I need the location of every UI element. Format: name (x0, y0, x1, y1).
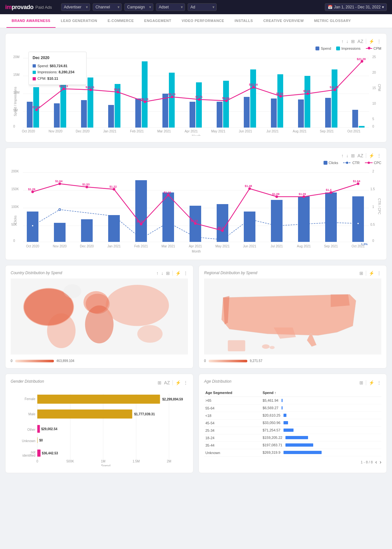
svg-point-166 (24, 289, 73, 326)
lightning-icon[interactable]: ⚡ (369, 39, 374, 44)
channel-dropdown[interactable]: Channel (93, 3, 122, 11)
date-range-button[interactable]: 📅 Jan 1, 2021 - Dec 31, 2022 ▾ (325, 3, 387, 11)
age-bar (282, 399, 283, 402)
tab-video-performance[interactable]: Video Performance (176, 14, 229, 28)
adset-dropdown[interactable]: Adset (156, 3, 185, 11)
campaign-dropdown[interactable]: Campaign (124, 3, 153, 11)
export-icon[interactable]: ⊞ (166, 271, 170, 276)
tab-engagement[interactable]: Engagement (139, 14, 177, 28)
age-cell: 45-54 (204, 419, 261, 427)
az-sort-icon[interactable]: AZ (357, 153, 363, 158)
svg-point-115 (58, 182, 61, 185)
us-map-card: Regional Distribution by Spend ⊞ ⚡ ⋮ (199, 265, 387, 368)
export-icon[interactable]: ⊞ (351, 153, 355, 158)
svg-rect-37 (332, 69, 337, 128)
svg-text:$1.48: $1.48 (245, 184, 252, 188)
svg-text:25: 25 (372, 55, 376, 59)
gender-toolbar: Gender Distribution ⊞ AZ ⚡ ⋮ (11, 379, 188, 386)
prev-page-button[interactable]: ‹ (375, 459, 377, 465)
svg-point-49 (279, 95, 282, 98)
advertiser-dropdown[interactable]: Advertiser (61, 3, 90, 11)
table-row: 25-34$71,254.57 (204, 427, 381, 434)
us-map-title: Regional Distribution by Spend (204, 271, 381, 275)
lightning-icon[interactable]: ⚡ (175, 271, 181, 276)
sort-up-icon[interactable]: ↑ (341, 153, 344, 158)
divider (172, 271, 173, 276)
down-icon[interactable]: ↓ (161, 271, 163, 276)
svg-text:Apr 2021: Apr 2021 (185, 129, 198, 133)
svg-text:Feb 2021: Feb 2021 (134, 244, 148, 248)
sort-down-icon[interactable]: ↓ (346, 153, 348, 158)
up-icon[interactable]: ↑ (156, 271, 159, 276)
chart1-legend: Spend Impressions CPM (11, 47, 381, 50)
lightning-icon[interactable]: ⚡ (369, 153, 374, 158)
tab-brand-awareness[interactable]: Brand Awareness (6, 14, 56, 28)
svg-text:20M: 20M (13, 55, 19, 59)
age-distribution-table: Age Segmented Spend ↑ >65$5,461.9455-64$… (204, 389, 381, 457)
age-cell: 18-24 (204, 434, 261, 441)
age-cell: <18 (204, 412, 261, 419)
svg-text:Other: Other (27, 428, 36, 431)
svg-text:0: 0 (372, 239, 374, 243)
svg-point-119 (167, 194, 170, 196)
age-bar (285, 436, 308, 439)
world-map-scale: 0 463,899.104 (11, 359, 188, 363)
age-cell: 55-64 (204, 404, 261, 412)
tab-installs[interactable]: Installs (229, 14, 258, 28)
svg-text:$1.22: $1.22 (109, 185, 117, 188)
more-icon[interactable]: ⋮ (183, 271, 188, 276)
divider (172, 380, 173, 385)
svg-text:Jan 2021: Jan 2021 (107, 244, 121, 248)
svg-rect-104 (108, 215, 120, 242)
next-page-button[interactable]: › (380, 459, 381, 465)
export-icon[interactable]: ⊞ (158, 380, 161, 385)
svg-text:$8.73: $8.73 (168, 93, 176, 96)
legend-cpc-line-icon (365, 161, 373, 164)
more-icon[interactable]: ⋮ (377, 380, 381, 385)
svg-point-48 (252, 86, 255, 88)
svg-text:Oct 2021: Oct 2021 (352, 244, 365, 248)
svg-rect-33 (277, 74, 283, 128)
export-icon[interactable]: ⊞ (359, 380, 363, 385)
export-icon[interactable]: ⊞ (351, 39, 355, 44)
svg-point-46 (198, 98, 201, 101)
tab-metric-glossary[interactable]: Metric Glossary (309, 14, 356, 28)
svg-rect-38 (352, 110, 358, 128)
bar-spend-2[interactable] (81, 100, 87, 128)
export-icon[interactable]: ⊞ (359, 271, 363, 276)
tab-creative-overview[interactable]: Creative Overview (258, 14, 309, 28)
col-age-segmented[interactable]: Age Segmented (204, 389, 261, 397)
svg-text:$1.64: $1.64 (55, 180, 63, 183)
table-row: 55-64$6,569.27 (204, 404, 381, 412)
az-sort-icon[interactable]: AZ (357, 39, 363, 44)
svg-text:$1.64: $1.64 (353, 180, 360, 183)
more-icon[interactable]: ⋮ (183, 380, 188, 385)
sort-down-icon[interactable]: ↓ (346, 39, 348, 44)
lightning-icon[interactable]: ⚡ (369, 380, 374, 385)
svg-rect-112 (325, 192, 337, 242)
sort-up-icon[interactable]: ↑ (341, 39, 344, 44)
svg-text:Unknown: Unknown (22, 439, 36, 443)
tab-ecommerce[interactable]: E-Commerce (102, 14, 139, 28)
ad-dropdown[interactable]: Ad (188, 3, 217, 11)
lightning-icon[interactable]: ⚡ (175, 380, 181, 385)
svg-text:identified: identified (22, 454, 35, 457)
svg-text:15M: 15M (13, 73, 19, 77)
svg-text:Sep 2021: Sep 2021 (324, 244, 338, 248)
az-icon[interactable]: AZ (164, 380, 170, 385)
age-bar (284, 429, 294, 432)
svg-text:Jun 2021: Jun 2021 (243, 244, 256, 248)
more-icon[interactable]: ⋮ (377, 153, 381, 158)
us-map-header: Regional Distribution by Spend ⊞ ⚡ ⋮ (204, 271, 381, 275)
svg-point-120 (194, 222, 197, 225)
age-bar (285, 443, 313, 447)
col-spend[interactable]: Spend ↑ (261, 389, 381, 397)
lightning-icon[interactable]: ⚡ (369, 271, 374, 276)
svg-rect-32 (271, 98, 277, 128)
gender-title: Gender Distribution (11, 379, 44, 384)
more-icon[interactable]: ⋮ (377, 271, 381, 276)
legend-clicks-color (324, 161, 327, 165)
tab-lead-generation[interactable]: Lead Generation (56, 14, 102, 28)
more-icon[interactable]: ⋮ (377, 39, 381, 44)
bar-impressions-2[interactable] (88, 78, 93, 128)
